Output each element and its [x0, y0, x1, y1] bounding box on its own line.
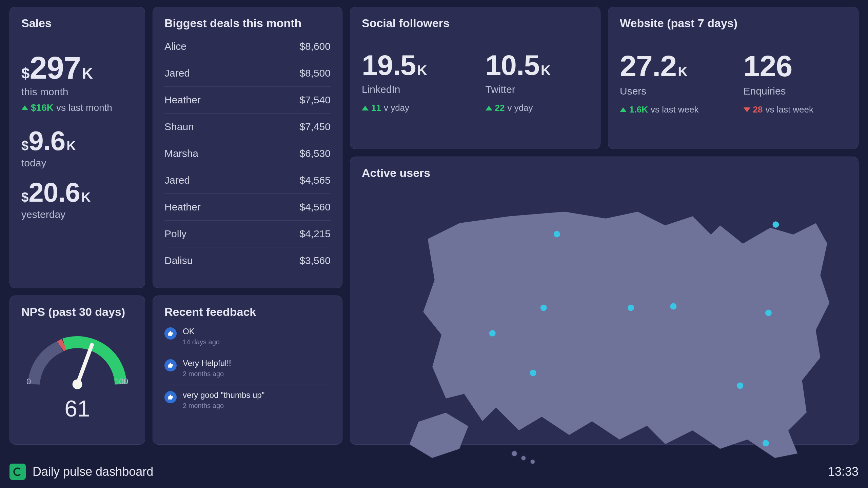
delta-text: vs last week: [765, 104, 813, 115]
feedback-row: OK14 days ago: [164, 321, 331, 353]
active-user-dot: [489, 330, 496, 337]
deal-amount: $8,600: [299, 41, 331, 52]
delta-text: vs last week: [651, 104, 699, 115]
metric-suffix: K: [541, 63, 551, 78]
dashboard-title: Daily pulse dashboard: [33, 465, 153, 479]
arrow-up-icon: [620, 107, 627, 112]
active-user-dot: [628, 305, 634, 311]
feedback-text: very good "thumbs up": [183, 390, 264, 400]
gauge-min: 0: [26, 377, 31, 386]
deal-row: Alice$8,600: [164, 33, 331, 60]
gauge-max: 100: [115, 377, 128, 386]
feedback-time: 2 months ago: [183, 402, 264, 410]
deal-row: Marsha$6,530: [164, 140, 331, 167]
metric-suffix: K: [82, 65, 93, 82]
currency-prefix: $: [21, 139, 28, 153]
metric-value: 10.5: [486, 49, 540, 82]
metric-suffix: K: [417, 63, 427, 78]
metric-value: 20.6: [28, 179, 80, 206]
map-hawaii: [521, 456, 526, 460]
sales-card: Sales $ 297 K this month $16K vs last mo…: [9, 7, 145, 288]
deal-amount: $8,500: [299, 67, 331, 79]
gauge-icon: [23, 329, 132, 396]
active-users-card: Active users: [350, 157, 859, 445]
feedback-time: 14 days ago: [183, 338, 220, 346]
deals-card: Biggest deals this month Alice$8,600Jare…: [153, 7, 342, 288]
delta-value: 28: [753, 104, 763, 115]
metric-label: LinkedIn: [362, 84, 465, 95]
deal-name: Jared: [164, 175, 190, 186]
arrow-up-icon: [486, 106, 492, 110]
deal-name: Heather: [164, 94, 201, 106]
deal-row: Polly$4,215: [164, 221, 331, 247]
deal-row: Dalisu$3,560: [164, 247, 331, 274]
sales-today-label: today: [21, 157, 133, 169]
sales-month-delta: $16K vs last month: [21, 102, 133, 113]
social-card: Social followers 19.5 K LinkedIn 11 v yd…: [350, 7, 600, 149]
deal-amount: $4,565: [299, 175, 331, 186]
deal-amount: $4,215: [299, 228, 331, 240]
currency-prefix: $: [21, 190, 28, 205]
thumbs-up-icon: [164, 391, 177, 403]
active-user-dot: [554, 231, 560, 237]
active-user-dot: [737, 383, 743, 389]
deal-row: Shaun$7,450: [164, 114, 331, 140]
active-user-dot: [530, 370, 536, 376]
footer: Daily pulse dashboard 13:33: [9, 462, 859, 482]
deal-name: Shaun: [164, 121, 194, 133]
nps-title: NPS (past 30 days): [21, 305, 133, 319]
deal-amount: $6,530: [299, 148, 331, 159]
nps-card: NPS (past 30 days) 0 100 61: [9, 296, 145, 445]
deal-row: Heather$7,540: [164, 87, 331, 114]
deal-row: Jared$8,500: [164, 60, 331, 87]
metric-value: 9.6: [28, 127, 65, 155]
feedback-text: Very Helpful!!: [183, 359, 231, 368]
deal-amount: $7,450: [299, 121, 331, 133]
social-title: Social followers: [362, 17, 589, 30]
sales-title: Sales: [21, 17, 133, 30]
arrow-up-icon: [362, 106, 369, 110]
feedback-title: Recent feedback: [164, 305, 331, 319]
deals-title: Biggest deals this month: [164, 17, 331, 30]
metric-value: 27.2: [620, 49, 676, 83]
clock: 13:33: [828, 465, 859, 479]
deal-name: Heather: [164, 201, 201, 213]
arrow-up-icon: [21, 105, 28, 110]
deal-name: Alice: [164, 41, 186, 52]
active-user-dot: [670, 303, 677, 310]
delta-text: v yday: [507, 103, 533, 113]
feedback-row: Very Helpful!!2 months ago: [164, 353, 331, 385]
feedback-list: OK14 days agoVery Helpful!!2 months agov…: [164, 321, 331, 416]
metric-value: 126: [744, 49, 792, 83]
metric-suffix: K: [66, 139, 76, 153]
deal-row: Jared$4,565: [164, 167, 331, 194]
metric-value: 297: [29, 52, 81, 83]
active-user-dot: [765, 310, 772, 316]
deal-name: Polly: [164, 228, 186, 240]
delta-text: v yday: [384, 103, 409, 113]
website-title: Website (past 7 days): [620, 17, 847, 30]
delta-value: 1.6K: [629, 104, 648, 115]
feedback-time: 2 months ago: [183, 370, 231, 378]
feedback-row: very good "thumbs up"2 months ago: [164, 385, 331, 416]
thumbs-up-icon: [164, 327, 177, 340]
deal-row: Heather$4,560: [164, 194, 331, 221]
metric-label: Twitter: [486, 84, 589, 95]
metric-label: Users: [620, 85, 723, 97]
delta-value: 11: [371, 103, 381, 113]
sales-month-label: this month: [21, 86, 133, 98]
sales-month-value: $ 297 K: [21, 52, 133, 83]
website-card: Website (past 7 days) 27.2 K Users 1.6K …: [608, 7, 859, 149]
metric-value: 19.5: [362, 49, 416, 82]
deal-amount: $3,560: [299, 255, 331, 266]
deal-name: Jared: [164, 67, 190, 79]
map-title: Active users: [362, 166, 847, 180]
delta-value: 22: [495, 103, 505, 113]
social-linkedin: 19.5 K LinkedIn 11 v yday: [362, 49, 465, 113]
sales-yesterday-value: $ 20.6 K: [21, 179, 133, 206]
sales-yesterday-label: yesterday: [21, 209, 133, 220]
logo-icon: [9, 464, 26, 480]
delta-value: $16K: [31, 102, 54, 113]
thumbs-up-icon: [164, 359, 177, 371]
nps-gauge: 0 100: [23, 329, 132, 396]
